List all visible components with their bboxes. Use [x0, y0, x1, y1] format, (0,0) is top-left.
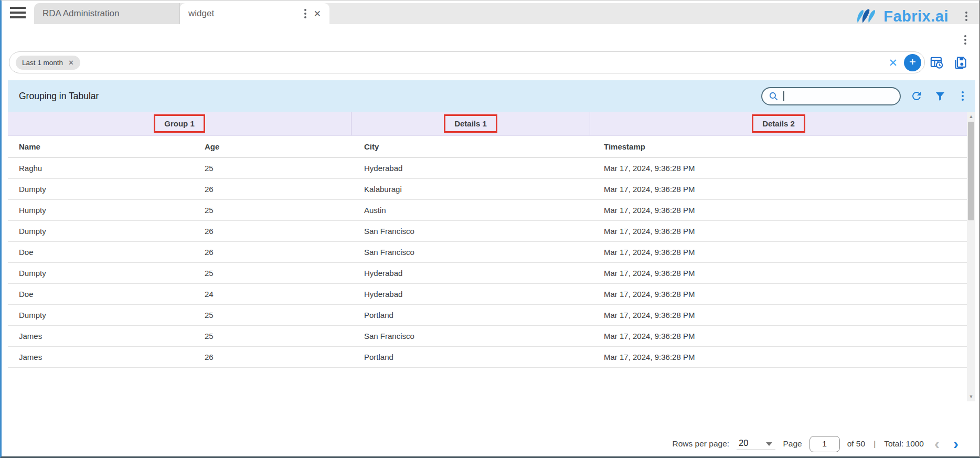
cell-city: Portland — [351, 353, 590, 361]
pagination-bar: Rows per page: 20 Page of 50 | Total: 10… — [673, 433, 962, 454]
cell-age: 26 — [187, 227, 351, 236]
cell-city: Austin — [351, 206, 590, 215]
table-row[interactable]: Doe26San FranciscoMar 17, 2024, 9:36:28 … — [8, 242, 975, 263]
group-label: Details 2 — [762, 119, 795, 128]
cell-city: Kalaburagi — [351, 185, 590, 194]
cell-city: Portland — [351, 311, 590, 319]
filter-bar-actions — [930, 56, 967, 70]
cell-timestamp: Mar 17, 2024, 9:36:28 PM — [590, 269, 975, 278]
tab-options-kebab-icon[interactable] — [300, 7, 311, 20]
scrollbar-thumb[interactable] — [968, 122, 974, 220]
cell-city: Hyderabad — [351, 290, 590, 299]
group-section-3: Details 2 — [590, 112, 967, 135]
cell-age: 25 — [187, 311, 351, 319]
cell-name: Dumpty — [8, 311, 187, 319]
filter-bar: Last 1 month ✕ ✕ + — [9, 51, 925, 73]
page-count-label: of 50 — [847, 439, 865, 449]
cell-name: Doe — [8, 248, 187, 257]
table-header-row: Name Age City Timestamp — [8, 136, 975, 158]
filter-funnel-icon[interactable] — [934, 90, 946, 102]
cell-timestamp: Mar 17, 2024, 9:36:28 PM — [590, 185, 975, 194]
cell-timestamp: Mar 17, 2024, 9:36:28 PM — [590, 332, 975, 340]
search-icon — [769, 91, 779, 101]
cell-city: Hyderabad — [351, 269, 590, 278]
cell-name: Doe — [8, 290, 187, 299]
page-label: Page — [783, 439, 802, 449]
table-row[interactable]: Humpty25AustinMar 17, 2024, 9:36:28 PM — [8, 200, 975, 221]
rows-per-page-value: 20 — [739, 438, 748, 448]
cell-timestamp: Mar 17, 2024, 9:36:28 PM — [590, 290, 975, 299]
group-header-row: Group 1 Details 1 Details 2 — [8, 112, 975, 136]
table-row[interactable]: Doe24HyderabadMar 17, 2024, 9:36:28 PM — [8, 284, 975, 305]
group-label: Group 1 — [164, 119, 195, 128]
group-section-2: Details 1 — [351, 112, 590, 135]
panel-header-icons — [910, 89, 968, 103]
pagination-separator: | — [872, 439, 877, 449]
cell-name: Dumpty — [8, 227, 187, 236]
chip-remove-icon[interactable]: ✕ — [68, 59, 74, 67]
cell-age: 25 — [187, 269, 351, 278]
save-report-icon[interactable] — [953, 56, 967, 70]
group-label: Details 1 — [454, 119, 487, 128]
rows-per-page-label: Rows per page: — [673, 439, 730, 449]
panel-title: Grouping in Tabular — [19, 91, 99, 102]
cell-name: Raghu — [8, 164, 187, 173]
previous-page-icon[interactable]: ‹ — [931, 436, 943, 452]
table-row[interactable]: James26PortlandMar 17, 2024, 9:36:28 PM — [8, 347, 975, 368]
table-row[interactable]: Dumpty26San FranciscoMar 17, 2024, 9:36:… — [8, 221, 975, 242]
page-number-input[interactable] — [809, 436, 840, 452]
cell-age: 25 — [187, 332, 351, 340]
cell-timestamp: Mar 17, 2024, 9:36:28 PM — [590, 353, 975, 361]
column-header-name[interactable]: Name — [8, 142, 187, 151]
total-label: Total: 1000 — [884, 439, 924, 449]
scroll-down-icon[interactable]: ▼ — [967, 392, 975, 401]
tab-label: widget — [188, 8, 214, 19]
filter-chip-label: Last 1 month — [22, 59, 63, 67]
cell-timestamp: Mar 17, 2024, 9:36:28 PM — [590, 227, 975, 236]
table-row[interactable]: Dumpty26KalaburagiMar 17, 2024, 9:36:28 … — [8, 179, 975, 200]
clear-filters-icon[interactable]: ✕ — [882, 57, 904, 68]
next-page-icon[interactable]: › — [950, 436, 962, 452]
tab-widget[interactable]: widget ✕ — [180, 3, 329, 24]
tab-strip: RDA Administration widget ✕ Fabrix.ai — [34, 3, 979, 24]
column-header-city[interactable]: City — [351, 142, 590, 151]
tab-rda-administration[interactable]: RDA Administration — [34, 3, 180, 24]
table-body: Raghu25HyderabadMar 17, 2024, 9:36:28 PM… — [8, 158, 975, 368]
panel-header: Grouping in Tabular — [8, 80, 975, 112]
grouping-tabular-panel: Grouping in Tabular — [8, 80, 975, 453]
column-header-timestamp[interactable]: Timestamp — [590, 142, 975, 151]
scroll-up-icon[interactable]: ▲ — [967, 112, 975, 121]
cell-age: 25 — [187, 206, 351, 215]
cell-name: James — [8, 353, 187, 361]
cell-name: Dumpty — [8, 185, 187, 194]
search-input[interactable] — [789, 92, 894, 100]
search-box[interactable] — [761, 87, 901, 105]
dropdown-arrow-icon — [766, 442, 772, 446]
add-filter-button[interactable]: + — [904, 54, 921, 71]
app-window: RDA Administration widget ✕ Fabrix.ai — [0, 0, 980, 458]
hamburger-menu-icon[interactable] — [10, 7, 27, 18]
rows-per-page-select[interactable]: 20 — [737, 438, 775, 450]
table-row[interactable]: Raghu25HyderabadMar 17, 2024, 9:36:28 PM — [8, 158, 975, 179]
cell-city: San Francisco — [351, 248, 590, 257]
history-schedule-icon[interactable] — [930, 56, 944, 70]
annotation-box-details-1: Details 1 — [444, 114, 497, 133]
brand-name: Fabrix.ai — [883, 8, 949, 25]
table-row[interactable]: Dumpty25HyderabadMar 17, 2024, 9:36:28 P… — [8, 263, 975, 284]
tab-label: RDA Administration — [42, 8, 119, 19]
table-row[interactable]: Dumpty25PortlandMar 17, 2024, 9:36:28 PM — [8, 305, 975, 326]
cell-name: James — [8, 332, 187, 340]
refresh-icon[interactable] — [910, 90, 923, 102]
text-cursor — [783, 91, 784, 101]
table-row[interactable]: James25San FranciscoMar 17, 2024, 9:36:2… — [8, 326, 975, 347]
cell-city: San Francisco — [351, 332, 590, 340]
top-right-kebab-icon[interactable] — [961, 9, 972, 23]
page-options-kebab-icon[interactable] — [960, 33, 971, 47]
tab-close-icon[interactable]: ✕ — [311, 7, 329, 20]
vertical-scrollbar[interactable]: ▲ ▼ — [967, 112, 975, 401]
filter-chip-last-1-month[interactable]: Last 1 month ✕ — [16, 56, 80, 70]
cell-city: Hyderabad — [351, 164, 590, 173]
column-header-age[interactable]: Age — [187, 142, 351, 151]
panel-kebab-icon[interactable] — [957, 89, 968, 103]
cell-timestamp: Mar 17, 2024, 9:36:28 PM — [590, 164, 975, 173]
